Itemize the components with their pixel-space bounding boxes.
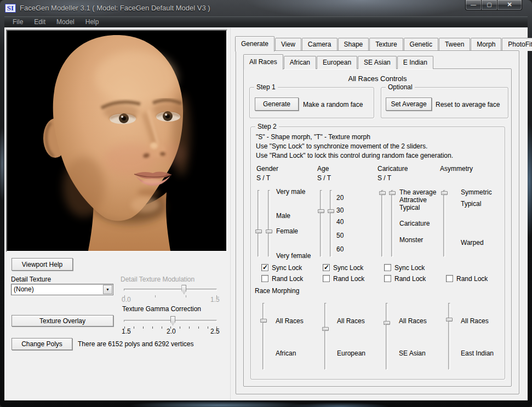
- modulation-slider-thumb[interactable]: [181, 285, 186, 294]
- tab-e-indian[interactable]: E Indian: [397, 56, 433, 69]
- tab-generate[interactable]: Generate: [235, 36, 274, 51]
- caricature-shape-slider[interactable]: [381, 190, 384, 257]
- age-shape-slider-thumb[interactable]: [318, 209, 324, 213]
- caricature-label-typical: Typical: [399, 204, 420, 211]
- caricature-texture-slider-thumb[interactable]: [389, 191, 396, 195]
- race-african-bottom-label: African: [276, 349, 296, 357]
- race-east-indian-slider-thumb[interactable]: [446, 318, 453, 322]
- window-title: FaceGen Modeller 3.1 ( Model: FaceGen De…: [20, 4, 210, 12]
- viewport-help-button[interactable]: Viewport Help: [12, 258, 73, 271]
- race-east-indian-bottom-label: East Indian: [461, 349, 494, 357]
- gender-shape-slider[interactable]: [258, 190, 260, 257]
- tab-all-races[interactable]: All Races: [243, 54, 283, 70]
- modulation-slider[interactable]: [124, 284, 217, 301]
- age-texture-slider-thumb[interactable]: [328, 209, 334, 213]
- tab-tween[interactable]: Tween: [439, 38, 470, 51]
- caricature-shape-slider-thumb[interactable]: [379, 191, 386, 195]
- age-sync-lock-label: Sync Lock: [333, 264, 363, 272]
- race-morphing-label: Race Morphing: [255, 287, 299, 295]
- age-sync-lock-checkbox[interactable]: [323, 264, 330, 271]
- caricature-st-label: S / T: [377, 174, 391, 182]
- menu-file[interactable]: File: [7, 16, 28, 27]
- minimize-button[interactable]: —: [465, 0, 482, 10]
- main-tab-bar: Generate View Camera Shape Texture Genet…: [235, 36, 532, 51]
- tab-genetic[interactable]: Genetic: [404, 38, 438, 51]
- race-se-asian-slider[interactable]: [386, 303, 388, 370]
- tab-shape[interactable]: Shape: [338, 38, 369, 51]
- gender-sync-lock-label: Sync Lock: [272, 264, 302, 272]
- gamma-slider-thumb[interactable]: [170, 316, 175, 325]
- gender-label-very-female: Very female: [276, 252, 311, 260]
- step2-caption: Step 2: [255, 123, 279, 130]
- gender-shape-slider-thumb[interactable]: [255, 230, 262, 233]
- tab-texture[interactable]: Texture: [369, 38, 403, 51]
- gender-texture-slider[interactable]: [268, 190, 270, 257]
- optional-description: Reset to average face: [436, 101, 500, 108]
- caricature-sync-lock-label: Sync Lock: [394, 264, 425, 272]
- race-african-slider-thumb[interactable]: [260, 319, 267, 323]
- race-european-top-label: All Races: [337, 317, 365, 325]
- caricature-sync-lock-checkbox[interactable]: [384, 264, 391, 271]
- race-tab-bar: All Races African European SE Asian E In…: [243, 54, 434, 69]
- asymmetry-label-typical: Typical: [461, 200, 481, 208]
- gender-label-very-male: Very male: [276, 188, 305, 196]
- detail-texture-label: Detail Texture: [11, 276, 51, 283]
- age-texture-slider[interactable]: [330, 190, 332, 257]
- set-average-button[interactable]: Set Average: [386, 98, 432, 111]
- 3d-viewport[interactable]: [6, 30, 227, 252]
- race-european-slider-thumb[interactable]: [322, 327, 329, 331]
- tab-se-asian[interactable]: SE Asian: [358, 56, 397, 69]
- race-european-slider[interactable]: [324, 303, 327, 370]
- gender-rand-lock-label: Rand Lock: [272, 275, 303, 283]
- race-se-asian-bottom-label: SE Asian: [399, 349, 426, 357]
- age-rand-lock-label: Rand Lock: [333, 275, 364, 283]
- asymmetry-slider-thumb[interactable]: [441, 191, 448, 195]
- close-button[interactable]: ✕: [497, 0, 522, 10]
- menu-model[interactable]: Model: [51, 16, 80, 27]
- race-african-slider[interactable]: [262, 303, 265, 370]
- tab-photofit[interactable]: PhotoFit: [502, 38, 532, 51]
- tab-morph[interactable]: Morph: [471, 38, 501, 51]
- app-icon: SI: [5, 4, 16, 13]
- tab-camera[interactable]: Camera: [302, 38, 337, 51]
- asymmetry-slider[interactable]: [443, 190, 445, 257]
- modulation-slider-track[interactable]: [124, 289, 217, 291]
- title-bar[interactable]: SI FaceGen Modeller 3.1 ( Model: FaceGen…: [0, 0, 532, 16]
- poly-status-text: There are 6152 polys and 6292 vertices: [78, 340, 193, 348]
- step1-group: Step 1 Generate Make a random face: [249, 87, 374, 118]
- face-render: [7, 31, 226, 251]
- page-title: All Races Controls: [243, 74, 512, 83]
- dropdown-arrow-icon[interactable]: ▼: [103, 285, 112, 294]
- asymmetry-header: Asymmetry: [440, 165, 473, 173]
- gender-texture-slider-thumb[interactable]: [266, 230, 272, 233]
- gender-sync-lock-checkbox[interactable]: [261, 264, 268, 271]
- modulation-min-label: 0.0: [122, 296, 131, 303]
- tab-european[interactable]: European: [317, 56, 357, 69]
- modulation-max-label: 1.5: [210, 296, 220, 303]
- caricature-label-caricature: Caricature: [399, 220, 430, 227]
- generate-button[interactable]: Generate: [255, 98, 299, 111]
- menu-edit[interactable]: Edit: [28, 16, 51, 27]
- step2-line3: Use "Rand Lock" to lock this control dur…: [256, 152, 453, 159]
- gender-label-male: Male: [276, 212, 290, 220]
- race-east-indian-slider[interactable]: [448, 303, 450, 370]
- age-shape-slider[interactable]: [320, 190, 322, 257]
- facegen-window: SI FaceGen Modeller 3.1 ( Model: FaceGen…: [0, 0, 532, 407]
- caricature-rand-lock-checkbox[interactable]: [384, 275, 391, 282]
- step2-line2: Use "Sync Lock" to synchronize movement …: [256, 142, 427, 150]
- caricature-label-average: The average: [399, 188, 436, 196]
- menu-help[interactable]: Help: [80, 16, 105, 27]
- age-label-60: 60: [336, 245, 344, 253]
- tab-view[interactable]: View: [275, 38, 301, 51]
- caricature-header: Caricature: [377, 165, 408, 173]
- age-rand-lock-checkbox[interactable]: [323, 275, 330, 282]
- detail-texture-dropdown[interactable]: (None) ▼: [11, 284, 113, 295]
- tab-african[interactable]: African: [284, 56, 316, 69]
- asymmetry-rand-lock-checkbox[interactable]: [446, 275, 453, 282]
- maximize-button[interactable]: ▢: [481, 0, 497, 10]
- change-polys-button[interactable]: Change Polys: [12, 338, 72, 350]
- race-se-asian-slider-thumb[interactable]: [384, 321, 390, 325]
- texture-overlay-button[interactable]: Texture Overlay: [12, 315, 113, 326]
- caricature-texture-slider[interactable]: [391, 190, 393, 257]
- gender-rand-lock-checkbox[interactable]: [261, 275, 268, 282]
